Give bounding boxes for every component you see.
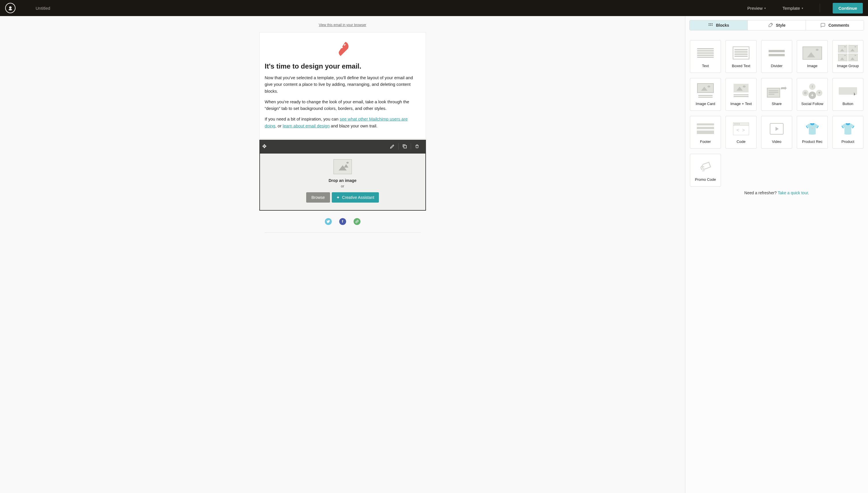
block-product[interactable]: 👕Product: [832, 116, 863, 149]
edit-button[interactable]: [386, 140, 398, 153]
block-divider[interactable]: Divider: [761, 40, 792, 73]
block-toolbar: ✥: [260, 140, 426, 153]
document-title[interactable]: Untitled: [36, 6, 50, 10]
browse-button[interactable]: Browse: [306, 192, 330, 202]
social-follow-block[interactable]: f: [260, 211, 426, 232]
refresher-post: .: [808, 191, 809, 195]
template-menu[interactable]: Template ▾: [778, 6, 807, 10]
svg-point-7: [711, 23, 712, 24]
svg-point-5: [708, 23, 709, 24]
facebook-icon[interactable]: f: [339, 218, 346, 225]
move-handle-icon[interactable]: ✥: [262, 143, 267, 150]
side-tabs: Blocks Style Comments: [689, 20, 864, 30]
twitter-icon[interactable]: [325, 218, 332, 225]
block-image[interactable]: Image: [797, 40, 828, 73]
svg-point-1: [8, 9, 12, 10]
duplicate-button[interactable]: [399, 140, 411, 153]
grid-icon: [708, 23, 713, 28]
app-header: Untitled Preview ▾ Template ▾ Continue: [0, 0, 868, 16]
delete-button[interactable]: [411, 140, 423, 153]
dropzone-title: Drop an image: [329, 178, 356, 183]
side-panel: Blocks Style Comments Text Boxed Text Di…: [685, 16, 868, 493]
block-promo-code[interactable]: 🏷Promo Code: [690, 154, 721, 187]
preview-label: Preview: [747, 6, 763, 10]
email-canvas-column: View this email in your browser It's tim…: [0, 16, 685, 493]
dropzone-or: or: [341, 184, 344, 188]
comment-icon: [820, 23, 826, 28]
preview-menu[interactable]: Preview ▾: [743, 6, 770, 10]
quick-tour-link[interactable]: Take a quick tour: [778, 191, 808, 195]
p3-post: and blaze your own trail.: [330, 123, 378, 128]
p3-pre: If you need a bit of inspiration, you ca…: [265, 116, 340, 121]
block-boxed-text[interactable]: Boxed Text: [725, 40, 757, 73]
block-image-card[interactable]: Image Card: [690, 78, 721, 111]
block-image-text[interactable]: Image + Text: [725, 78, 757, 111]
block-code[interactable]: < >Code: [725, 116, 757, 149]
refresher-pre: Need a refresher?: [744, 191, 778, 195]
email-paragraph-2: When you're ready to change the look of …: [265, 99, 420, 112]
block-social-follow[interactable]: f◎✦+Social Follow: [797, 78, 828, 111]
link-icon[interactable]: [354, 218, 360, 225]
block-button[interactable]: Button: [832, 78, 863, 111]
selected-image-block[interactable]: ✥ Drop an image or: [260, 140, 426, 211]
creative-assistant-label: Creative Assistant: [342, 195, 374, 200]
main-area: View this email in your browser It's tim…: [0, 16, 868, 493]
svg-rect-4: [404, 146, 407, 148]
template-label: Template: [782, 6, 800, 10]
block-footer[interactable]: Footer: [690, 116, 721, 149]
email-paragraph-3: If you need a bit of inspiration, you ca…: [265, 116, 420, 129]
p3-mid: , or: [275, 123, 283, 128]
block-image-group[interactable]: Image Group: [832, 40, 863, 73]
refresher-footer: Need a refresher? Take a quick tour.: [690, 187, 863, 202]
tab-comments[interactable]: Comments: [806, 20, 864, 30]
tab-blocks-label: Blocks: [716, 23, 729, 27]
email-card[interactable]: It's time to design your email. Now that…: [260, 32, 426, 138]
block-text[interactable]: Text: [690, 40, 721, 73]
tab-style[interactable]: Style: [747, 20, 805, 30]
tab-blocks[interactable]: Blocks: [690, 20, 747, 30]
block-video[interactable]: Video: [761, 116, 792, 149]
image-dropzone[interactable]: Drop an image or Browse ✦ Creative Assis…: [260, 153, 426, 211]
inspiration-link-2[interactable]: learn about email design: [283, 123, 329, 128]
blocks-grid: Text Boxed Text Divider Image Image Grou…: [690, 40, 863, 187]
blocks-area: Text Boxed Text Divider Image Image Grou…: [685, 35, 868, 493]
svg-point-10: [711, 25, 712, 26]
svg-point-8: [708, 25, 709, 26]
chevron-down-icon: ▾: [764, 6, 766, 10]
tab-style-label: Style: [776, 23, 785, 27]
email-paragraph-1: Now that you've selected a template, you…: [265, 74, 420, 94]
chevron-down-icon: ▾: [802, 6, 803, 10]
svg-point-6: [710, 23, 711, 24]
hero-icon: [265, 40, 420, 57]
continue-button[interactable]: Continue: [833, 3, 863, 14]
brand-logo[interactable]: [5, 3, 16, 13]
creative-assistant-button[interactable]: ✦ Creative Assistant: [332, 192, 379, 202]
sparkle-icon: ✦: [336, 195, 340, 200]
svg-point-0: [9, 6, 12, 8]
image-placeholder-icon: [333, 159, 352, 174]
block-share[interactable]: ➦Share: [761, 78, 792, 111]
svg-point-9: [710, 25, 711, 26]
tab-comments-label: Comments: [828, 23, 849, 27]
email-heading: It's time to design your email.: [265, 62, 420, 70]
brush-icon: [768, 23, 773, 28]
view-in-browser-link[interactable]: View this email in your browser: [260, 23, 426, 27]
divider: [265, 232, 421, 233]
block-product-rec[interactable]: 👕Product Rec: [797, 116, 828, 149]
